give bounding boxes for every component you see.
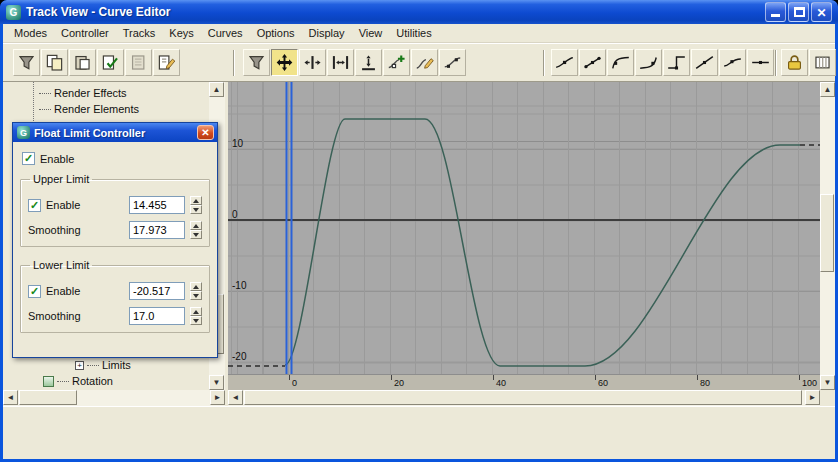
curve-plot-area[interactable]: 100-10-20: [228, 82, 820, 374]
upper-enable-checkbox[interactable]: ✓: [28, 199, 41, 212]
dialog-close-button[interactable]: ✕: [197, 125, 214, 140]
tcustom-icon: [583, 53, 602, 72]
menu-item-utilities[interactable]: Utilities: [389, 25, 438, 41]
upper-limit-spinner[interactable]: [190, 196, 202, 214]
scrollbar-thumb[interactable]: [244, 390, 802, 405]
menu-item-display[interactable]: Display: [302, 25, 352, 41]
lock-icon: [785, 53, 804, 72]
menu-item-modes[interactable]: Modes: [7, 25, 54, 41]
add-keys-button[interactable]: [383, 49, 410, 76]
respect-animation-range-button[interactable]: [125, 49, 152, 76]
minimize-icon: [771, 14, 780, 17]
window-title: Track View - Curve Editor: [26, 5, 171, 19]
lower-smoothing-spinner[interactable]: [190, 307, 202, 325]
scroll-up-button[interactable]: ▲: [820, 82, 835, 97]
expand-icon[interactable]: +: [75, 361, 84, 370]
lower-limit-spinner[interactable]: [190, 282, 202, 300]
lower-limit-input[interactable]: [129, 282, 185, 300]
lock-selection-button[interactable]: [781, 49, 808, 76]
tree-item-limits[interactable]: +Limits: [3, 357, 209, 373]
scroll-down-button[interactable]: ▼: [820, 375, 835, 390]
y-axis-label: -10: [232, 280, 246, 291]
scalek-icon: [331, 53, 350, 72]
set-tangents-step-button[interactable]: [663, 49, 690, 76]
curve-vertical-scrollbar[interactable]: ▲ ▼: [820, 82, 835, 390]
track-view-window: G Track View - Curve Editor ✕ ModesContr…: [0, 0, 838, 462]
make-controller-unique-button[interactable]: [97, 49, 124, 76]
maximize-icon: [794, 7, 805, 17]
copy-controller-button[interactable]: [41, 49, 68, 76]
menu-item-tracks[interactable]: Tracks: [116, 25, 163, 41]
set-tangents-slow-button[interactable]: [635, 49, 662, 76]
curve-horizontal-scrollbar[interactable]: ◄ ►: [228, 390, 820, 406]
scale-values-button[interactable]: [355, 49, 382, 76]
tstep-icon: [667, 53, 686, 72]
scroll-right-button[interactable]: ►: [210, 390, 225, 405]
menu-item-view[interactable]: View: [352, 25, 390, 41]
maximize-button[interactable]: [788, 2, 809, 22]
lower-limit-group-title: Lower Limit: [30, 259, 92, 271]
tree-connector: [57, 381, 69, 382]
reduce-keys-button[interactable]: [439, 49, 466, 76]
edit-controller-button[interactable]: [153, 49, 180, 76]
scroll-left-button[interactable]: ◄: [228, 390, 243, 405]
set-tangents-smooth-button[interactable]: [719, 49, 746, 76]
minimize-button[interactable]: [765, 2, 786, 22]
tree-item-rotation[interactable]: Rotation: [3, 373, 209, 389]
tauto-icon: [555, 53, 574, 72]
lower-enable-checkbox[interactable]: ✓: [28, 285, 41, 298]
tree-item-render-effects[interactable]: Render Effects: [3, 85, 209, 101]
menu-item-options[interactable]: Options: [250, 25, 302, 41]
draw-curves-button[interactable]: [411, 49, 438, 76]
scrollbar-thumb[interactable]: [19, 390, 77, 405]
editdoc-icon: [157, 53, 176, 72]
set-tangents-flat-button[interactable]: [747, 49, 774, 76]
move-keys-button[interactable]: [271, 49, 298, 76]
tree-top: Render EffectsRender Elements: [3, 85, 209, 117]
scroll-up-button[interactable]: ▲: [209, 82, 224, 97]
upper-limit-group: Upper Limit ✓ Enable Smoothing: [20, 173, 210, 247]
upper-smoothing-spinner[interactable]: [190, 221, 202, 239]
x-axis-label: 80: [700, 378, 710, 388]
paste-controller-button[interactable]: [69, 49, 96, 76]
set-tangents-fast-button[interactable]: [607, 49, 634, 76]
tree-item-render-elements[interactable]: Render Elements: [3, 101, 209, 117]
set-tangents-linear-button[interactable]: [691, 49, 718, 76]
scrollbar-thumb[interactable]: [820, 194, 834, 272]
scroll-down-button[interactable]: ▼: [209, 375, 224, 390]
window-titlebar[interactable]: G Track View - Curve Editor ✕: [0, 0, 838, 24]
filters-button[interactable]: [13, 49, 40, 76]
animation-curve[interactable]: [285, 119, 800, 366]
upper-limit-input[interactable]: [129, 196, 185, 214]
menu-item-controller[interactable]: Controller: [54, 25, 116, 41]
lower-smoothing-input[interactable]: [129, 307, 185, 325]
scroll-left-button[interactable]: ◄: [3, 390, 18, 405]
x-axis-label: 40: [496, 378, 506, 388]
tree-horizontal-scrollbar[interactable]: ◄ ►: [3, 390, 225, 406]
dialog-titlebar[interactable]: G Float Limit Controller ✕: [13, 123, 217, 142]
tfast-icon: [611, 53, 630, 72]
scroll-right-button[interactable]: ►: [805, 390, 820, 405]
app-icon: G: [6, 5, 21, 20]
filters-key-window-button[interactable]: [243, 49, 270, 76]
enable-checkbox[interactable]: ✓: [22, 152, 35, 165]
ruler-tick: [595, 375, 596, 380]
tree-item-label: Rotation: [72, 375, 113, 387]
close-icon: ✕: [816, 6, 826, 20]
tflat-icon: [751, 53, 770, 72]
toolbar-group: [243, 49, 467, 76]
set-tangents-custom-button[interactable]: [579, 49, 606, 76]
slide-keys-button[interactable]: [299, 49, 326, 76]
tree-bottom: +LimitsRotation: [3, 357, 209, 389]
upper-smoothing-input[interactable]: [129, 221, 185, 239]
y-axis-label: -20: [232, 351, 246, 362]
menu-item-keys[interactable]: Keys: [162, 25, 200, 41]
set-tangents-auto-button[interactable]: [551, 49, 578, 76]
x-axis-label: 100: [802, 378, 817, 388]
menu-item-curves[interactable]: Curves: [201, 25, 250, 41]
scale-keys-button[interactable]: [327, 49, 354, 76]
time-ruler[interactable]: 020406080100: [228, 374, 820, 390]
funnel-icon: [247, 53, 266, 72]
close-button[interactable]: ✕: [811, 2, 832, 22]
snap-frames-button[interactable]: [809, 49, 836, 76]
